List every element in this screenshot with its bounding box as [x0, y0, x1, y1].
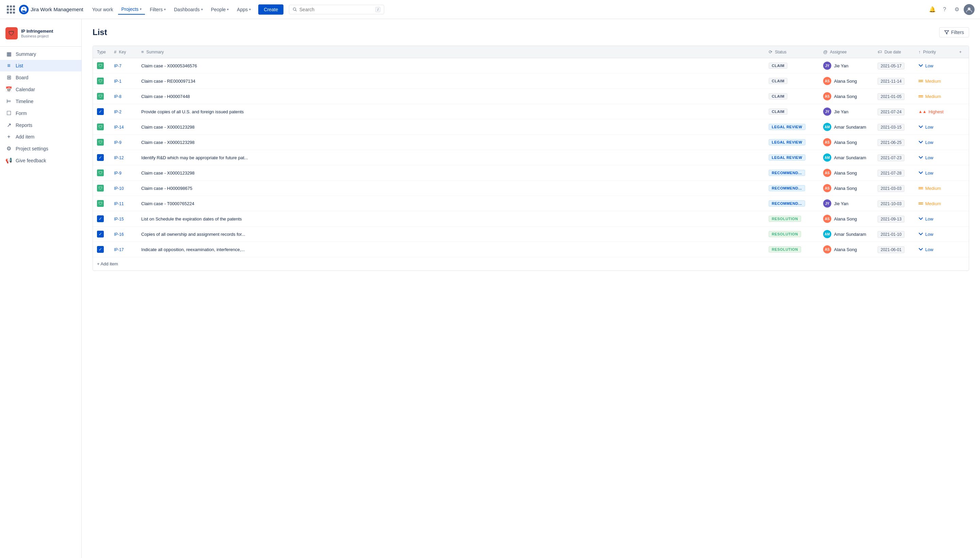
cell-summary[interactable]: Claim case - H00007448	[137, 89, 765, 104]
table-row[interactable]: 🛡 IP-9 Claim case - X0000123298 LEGAL RE…	[93, 135, 969, 150]
col-header-duedate[interactable]: 🏷 Due date	[873, 46, 914, 58]
cell-duedate[interactable]: 2021-06-25	[873, 135, 914, 150]
sidebar-item-form[interactable]: ☐ Form	[0, 107, 81, 119]
cell-key[interactable]: IP-15	[110, 211, 137, 226]
cell-assignee[interactable]: AS Alana Song	[819, 89, 873, 104]
nav-people[interactable]: People ▾	[208, 5, 232, 14]
col-header-add[interactable]: +	[955, 46, 969, 58]
cell-key[interactable]: IP-10	[110, 181, 137, 196]
cell-summary[interactable]: Identify R&D which may be appropriate fo…	[137, 150, 765, 165]
cell-priority[interactable]: Low	[914, 226, 955, 242]
table-row[interactable]: 🛡 IP-14 Claim case - X0000123298 LEGAL R…	[93, 120, 969, 135]
table-row[interactable]: ✓ IP-2 Provide copies of all U.S. and fo…	[93, 104, 969, 120]
cell-duedate[interactable]: 2021-01-05	[873, 89, 914, 104]
col-header-assignee[interactable]: @ Assignee	[819, 46, 873, 58]
cell-status[interactable]: LEGAL REVIEW	[765, 120, 819, 135]
cell-duedate[interactable]: 2021-10-03	[873, 196, 914, 211]
cell-assignee[interactable]: JY Jie Yan	[819, 104, 873, 120]
settings-button[interactable]: ⚙	[951, 4, 962, 15]
cell-assignee[interactable]: JY Jie Yan	[819, 196, 873, 211]
cell-summary[interactable]: Claim case - X0000123298	[137, 135, 765, 150]
table-row[interactable]: 🛡 IP-9 Claim case - X0000123298 RECOMMEN…	[93, 165, 969, 181]
sidebar-item-reports[interactable]: ↗ Reports	[0, 119, 81, 131]
cell-assignee[interactable]: AM Amar Sundaram	[819, 150, 873, 165]
filters-button[interactable]: Filters	[939, 27, 969, 38]
sidebar-item-board[interactable]: ⊞ Board	[0, 71, 81, 84]
cell-status[interactable]: CLAIM	[765, 58, 819, 74]
cell-priority[interactable]: Low	[914, 120, 955, 135]
cell-priority[interactable]: Low	[914, 242, 955, 257]
sidebar-item-add-item[interactable]: + Add item	[0, 131, 81, 143]
cell-assignee[interactable]: AS Alana Song	[819, 165, 873, 181]
nav-apps[interactable]: Apps ▾	[233, 5, 254, 14]
cell-status[interactable]: LEGAL REVIEW	[765, 135, 819, 150]
cell-duedate[interactable]: 2021-03-03	[873, 181, 914, 196]
cell-key[interactable]: IP-2	[110, 104, 137, 120]
cell-status[interactable]: LEGAL REVIEW	[765, 150, 819, 165]
cell-status[interactable]: CLAIM	[765, 74, 819, 89]
cell-status[interactable]: CLAIM	[765, 89, 819, 104]
cell-assignee[interactable]: JY Jie Yan	[819, 58, 873, 74]
cell-key[interactable]: IP-9	[110, 135, 137, 150]
cell-summary[interactable]: Copies of all ownership and assignment r…	[137, 226, 765, 242]
cell-duedate[interactable]: 2021-07-23	[873, 150, 914, 165]
table-row[interactable]: 🛡 IP-8 Claim case - H00007448 CLAIM AS A…	[93, 89, 969, 104]
cell-summary[interactable]: List on Schedule the expiration dates of…	[137, 211, 765, 226]
cell-summary[interactable]: Claim case - RE000097134	[137, 74, 765, 89]
nav-projects[interactable]: Projects ▾	[118, 5, 145, 15]
cell-key[interactable]: IP-14	[110, 120, 137, 135]
table-row[interactable]: 🛡 IP-1 Claim case - RE000097134 CLAIM AS…	[93, 74, 969, 89]
logo[interactable]: Jira Work Management	[19, 5, 84, 14]
user-avatar[interactable]	[964, 4, 975, 15]
cell-key[interactable]: IP-17	[110, 242, 137, 257]
sidebar-item-give-feedback[interactable]: 📢 Give feedback	[0, 154, 81, 166]
nav-filters[interactable]: Filters ▾	[146, 5, 169, 14]
cell-duedate[interactable]: 2021-09-13	[873, 211, 914, 226]
cell-assignee[interactable]: AS Alana Song	[819, 181, 873, 196]
cell-assignee[interactable]: AM Amar Sundaram	[819, 120, 873, 135]
nav-your-work[interactable]: Your work	[89, 5, 117, 14]
cell-assignee[interactable]: AS Alana Song	[819, 211, 873, 226]
col-header-key[interactable]: # Key	[110, 46, 137, 58]
add-item-row[interactable]: + Add item	[93, 257, 969, 271]
cell-assignee[interactable]: AS Alana Song	[819, 74, 873, 89]
cell-key[interactable]: IP-16	[110, 226, 137, 242]
cell-priority[interactable]: Medium	[914, 196, 955, 211]
cell-summary[interactable]: Claim case - T0000765224	[137, 196, 765, 211]
app-grid-button[interactable]	[5, 4, 16, 15]
table-row[interactable]: 🛡 IP-10 Claim case - H000098675 RECOMMEN…	[93, 181, 969, 196]
table-row[interactable]: ✓ IP-12 Identify R&D which may be approp…	[93, 150, 969, 165]
nav-dashboards[interactable]: Dashboards ▾	[171, 5, 206, 14]
cell-status[interactable]: RECOMMEND...	[765, 165, 819, 181]
cell-priority[interactable]: Low	[914, 165, 955, 181]
search-box[interactable]: /	[289, 5, 384, 14]
table-row[interactable]: ✓ IP-16 Copies of all ownership and assi…	[93, 226, 969, 242]
cell-status[interactable]: CLAIM	[765, 104, 819, 120]
col-header-priority[interactable]: ↑ Priority	[914, 46, 955, 58]
create-button[interactable]: Create	[258, 5, 284, 15]
cell-duedate[interactable]: 2021-01-10	[873, 226, 914, 242]
table-row[interactable]: 🛡 IP-7 Claim case - X00005346576 CLAIM J…	[93, 58, 969, 74]
cell-priority[interactable]: ▲▲ Highest	[914, 104, 955, 120]
cell-key[interactable]: IP-9	[110, 165, 137, 181]
help-button[interactable]: ?	[939, 4, 950, 15]
cell-summary[interactable]: Provide copies of all U.S. and foreign i…	[137, 104, 765, 120]
sidebar-item-calendar[interactable]: 📅 Calendar	[0, 84, 81, 95]
cell-priority[interactable]: Medium	[914, 181, 955, 196]
table-row[interactable]: 🛡 IP-11 Claim case - T0000765224 RECOMME…	[93, 196, 969, 211]
cell-status[interactable]: RESOLUTION	[765, 211, 819, 226]
cell-assignee[interactable]: AS Alana Song	[819, 242, 873, 257]
cell-status[interactable]: RESOLUTION	[765, 226, 819, 242]
cell-priority[interactable]: Medium	[914, 74, 955, 89]
col-header-status[interactable]: ⟳ Status	[765, 46, 819, 58]
cell-priority[interactable]: Low	[914, 150, 955, 165]
cell-duedate[interactable]: 2021-03-15	[873, 120, 914, 135]
notifications-button[interactable]: 🔔	[927, 4, 938, 15]
cell-key[interactable]: IP-11	[110, 196, 137, 211]
cell-status[interactable]: RESOLUTION	[765, 242, 819, 257]
col-header-summary[interactable]: ≡ Summary	[137, 46, 765, 58]
cell-assignee[interactable]: AS Alana Song	[819, 135, 873, 150]
table-row[interactable]: ✓ IP-17 Indicate all opposition, reexami…	[93, 242, 969, 257]
cell-summary[interactable]: Claim case - X0000123298	[137, 120, 765, 135]
cell-duedate[interactable]: 2021-07-28	[873, 165, 914, 181]
